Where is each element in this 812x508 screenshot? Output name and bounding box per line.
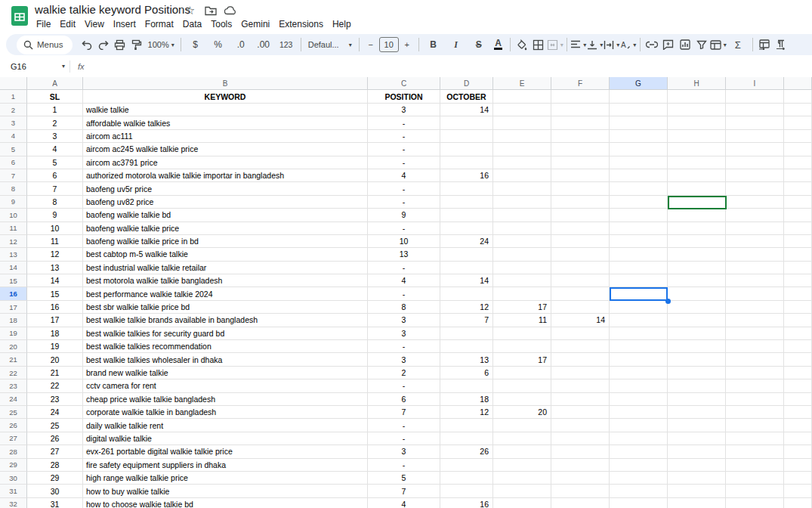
row-header-26[interactable]: 26 <box>0 419 27 432</box>
row-header-24[interactable]: 24 <box>0 393 27 406</box>
empty-cell[interactable] <box>726 222 784 235</box>
cell-col-e[interactable]: 20 <box>493 406 551 419</box>
cell-sl[interactable]: 25 <box>27 419 83 432</box>
empty-cell[interactable] <box>784 287 812 300</box>
cell-col-e[interactable] <box>493 340 551 353</box>
format-currency-button[interactable]: $ <box>184 36 207 53</box>
cell-sl[interactable]: 2 <box>27 116 83 129</box>
row-header-12[interactable]: 12 <box>0 235 27 248</box>
row-header-18[interactable]: 18 <box>0 314 27 327</box>
row-header-20[interactable]: 20 <box>0 340 27 353</box>
cell-position[interactable]: 3 <box>368 445 440 458</box>
empty-cell[interactable] <box>668 459 726 472</box>
cell-col-f[interactable] <box>551 406 610 419</box>
empty-cell[interactable] <box>784 169 812 182</box>
cell-col-e[interactable] <box>493 143 551 156</box>
empty-cell[interactable] <box>726 301 784 314</box>
cell-col-f[interactable] <box>551 379 610 392</box>
row-header-14[interactable]: 14 <box>0 262 27 274</box>
empty-cell[interactable] <box>668 406 726 419</box>
empty-cell[interactable] <box>784 445 812 458</box>
cell-position[interactable]: - <box>368 182 440 195</box>
header-cell-position[interactable]: POSITION <box>368 90 440 104</box>
cell-sl[interactable]: 8 <box>27 196 83 209</box>
empty-cell[interactable] <box>726 459 784 472</box>
cell-position[interactable]: - <box>368 222 440 235</box>
empty-cell[interactable] <box>610 353 668 366</box>
cell-col-e[interactable] <box>493 472 551 485</box>
row-header-5[interactable]: 5 <box>0 143 27 156</box>
text-rotation-button[interactable]: A▾ <box>620 36 637 53</box>
cell-october[interactable] <box>440 262 493 274</box>
menu-item-insert[interactable]: Insert <box>109 17 140 32</box>
cell-sl[interactable]: 12 <box>27 248 83 261</box>
table-icon[interactable] <box>756 36 773 53</box>
text-color-button[interactable]: A <box>490 36 507 53</box>
cell-position[interactable]: 4 <box>368 498 440 508</box>
cell-col-e[interactable] <box>493 104 551 116</box>
empty-cell[interactable] <box>726 367 784 379</box>
empty-cell[interactable] <box>668 353 726 366</box>
cell-october[interactable]: 16 <box>440 498 493 508</box>
cell-october[interactable]: 12 <box>440 406 493 419</box>
cell-col-e[interactable] <box>493 262 551 274</box>
cell-position[interactable]: - <box>368 419 440 432</box>
cell-col-e[interactable] <box>493 248 551 261</box>
column-header-c[interactable]: C <box>368 77 440 90</box>
cell-position[interactable]: 6 <box>368 393 440 406</box>
cell-col-f[interactable] <box>551 182 610 195</box>
cell-october[interactable]: 16 <box>440 169 493 182</box>
menu-item-data[interactable]: Data <box>178 17 206 32</box>
empty-cell[interactable] <box>726 90 784 104</box>
empty-cell[interactable] <box>726 327 784 340</box>
cell-keyword[interactable]: best sbr walkie talkie price bd <box>83 301 368 314</box>
cell-col-f[interactable] <box>551 459 610 472</box>
empty-cell[interactable] <box>784 248 812 261</box>
functions-button[interactable]: Σ <box>727 36 749 53</box>
empty-cell[interactable] <box>726 274 784 287</box>
empty-cell[interactable] <box>726 248 784 261</box>
column-header-i[interactable]: I <box>726 77 784 90</box>
cell-sl[interactable]: 10 <box>27 222 83 235</box>
cell-october[interactable] <box>440 130 493 143</box>
cell-october[interactable] <box>440 472 493 485</box>
cell-keyword[interactable]: aircom ac111 <box>83 130 368 143</box>
empty-cell[interactable] <box>726 379 784 392</box>
empty-cell[interactable] <box>668 301 726 314</box>
cell-october[interactable] <box>440 222 493 235</box>
column-header-d[interactable]: D <box>440 77 493 90</box>
cell-october[interactable] <box>440 459 493 472</box>
horizontal-align-button[interactable]: ▾ <box>570 36 587 53</box>
insert-link-button[interactable] <box>644 36 660 53</box>
empty-cell[interactable] <box>610 235 668 248</box>
cell-position[interactable]: 10 <box>368 235 440 248</box>
filter-views-button[interactable]: ▾ <box>710 36 727 53</box>
cell-position[interactable]: - <box>368 196 440 209</box>
cell-october[interactable]: 14 <box>440 104 493 116</box>
row-header-28[interactable]: 28 <box>0 445 27 458</box>
cell-keyword[interactable]: how to buy walkie talkie <box>83 485 368 497</box>
empty-cell[interactable] <box>610 90 668 104</box>
cell-october[interactable]: 24 <box>440 235 493 248</box>
cell-col-e[interactable] <box>493 156 551 169</box>
cell-col-e[interactable] <box>493 182 551 195</box>
empty-cell[interactable] <box>610 222 668 235</box>
row-header-1[interactable]: 1 <box>0 90 27 104</box>
empty-cell[interactable] <box>668 262 726 274</box>
empty-cell[interactable] <box>610 327 668 340</box>
empty-cell[interactable] <box>610 196 668 209</box>
row-header-31[interactable]: 31 <box>0 485 27 497</box>
column-header-h[interactable]: H <box>668 77 726 90</box>
row-header-3[interactable]: 3 <box>0 116 27 129</box>
empty-cell[interactable] <box>610 104 668 116</box>
cell-col-f[interactable] <box>551 432 610 445</box>
cell-col-e[interactable] <box>493 209 551 221</box>
row-header-22[interactable]: 22 <box>0 367 27 379</box>
cell-col-e[interactable] <box>493 235 551 248</box>
empty-cell[interactable] <box>784 116 812 129</box>
cell-sl[interactable]: 18 <box>27 327 83 340</box>
row-header-15[interactable]: 15 <box>0 274 27 287</box>
cell-col-f[interactable] <box>551 301 610 314</box>
cell-col-f[interactable] <box>551 287 610 300</box>
menus-search-button[interactable]: Menus <box>17 36 73 54</box>
